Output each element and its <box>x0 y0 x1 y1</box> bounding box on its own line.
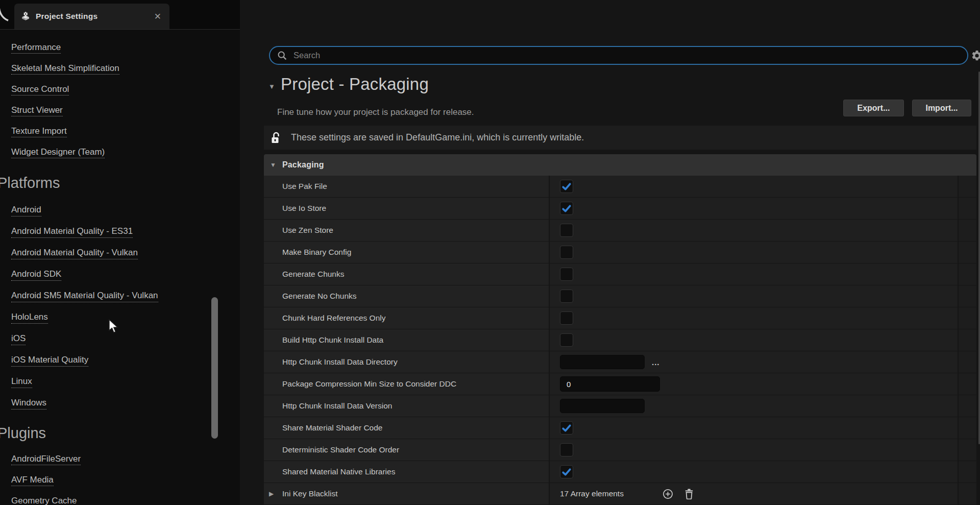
row-outer-cell <box>959 220 977 241</box>
export-button[interactable]: Export... <box>843 100 904 116</box>
page-expander-triangle-icon[interactable]: ▼ <box>268 83 275 90</box>
tab-title: Project Settings <box>36 12 152 21</box>
row-outer-cell <box>959 198 977 219</box>
sidebar-item: Android Material Quality - ES31 <box>0 222 240 243</box>
property-row-deterministic-shader-code-order: Deterministic Shader Code Order <box>264 439 976 461</box>
sidebar-item: AVF Media <box>0 470 240 491</box>
sidebar-link-geometry-cache[interactable]: Geometry Cache <box>11 496 77 505</box>
sidebar-link-hololens[interactable]: HoloLens <box>11 312 48 324</box>
property-row-use-zen-store: Use Zen Store <box>264 220 976 242</box>
checkbox-checked[interactable] <box>560 180 573 193</box>
sidebar-link-performance[interactable]: Performance <box>11 43 61 54</box>
property-row-shared-material-native-libraries: Shared Material Native Libraries <box>264 461 976 483</box>
sidebar-link-windows[interactable]: Windows <box>11 398 46 410</box>
check-icon <box>561 422 572 434</box>
sidebar-link-widget-designer-team-[interactable]: Widget Designer (Team) <box>11 148 105 159</box>
checkbox-unchecked[interactable] <box>560 333 573 347</box>
row-label-cell: Http Chunk Install Data Directory <box>264 351 549 373</box>
row-outer-cell <box>959 351 977 373</box>
sidebar-link-source-control[interactable]: Source Control <box>11 85 69 96</box>
sidebar-link-android-sm5-material-quality-vulkan[interactable]: Android SM5 Material Quality - Vulkan <box>11 291 158 302</box>
sidebar-group-2: AndroidFileServerAVF MediaGeometry Cache <box>0 449 240 505</box>
checkbox-unchecked[interactable] <box>560 246 573 259</box>
sidebar-item: Widget Designer (Team) <box>0 142 240 163</box>
checkbox-unchecked[interactable] <box>560 443 573 456</box>
checkbox-unchecked[interactable] <box>560 268 573 281</box>
row-label: Chunk Hard References Only <box>282 314 385 323</box>
property-row-make-binary-config: Make Binary Config <box>264 242 976 263</box>
property-row-use-pak-file: Use Pak File <box>264 176 976 198</box>
sidebar-link-struct-viewer[interactable]: Struct Viewer <box>11 106 63 117</box>
number-field[interactable]: 0 <box>560 376 660 392</box>
row-outer-cell <box>959 307 977 329</box>
tab-project-settings[interactable]: Project Settings ✕ <box>14 4 169 29</box>
text-field[interactable] <box>560 399 645 413</box>
row-value-cell: ... <box>550 351 958 373</box>
row-value-cell <box>550 329 958 351</box>
section-expander-triangle-icon[interactable]: ▼ <box>270 161 276 169</box>
sidebar-link-skeletal-mesh-simplification[interactable]: Skeletal Mesh Simplification <box>11 64 119 75</box>
trash-icon[interactable] <box>684 488 694 499</box>
row-label-cell: ▶Ini Key Blacklist <box>264 483 549 504</box>
sidebar-heading-platforms: Platforms <box>0 173 240 193</box>
property-row-generate-chunks: Generate Chunks <box>264 263 976 285</box>
row-outer-cell <box>959 417 977 439</box>
sidebar-link-android-material-quality-es31[interactable]: Android Material Quality - ES31 <box>11 227 133 238</box>
sidebar-item: iOS <box>0 329 240 350</box>
sidebar-link-android-sdk[interactable]: Android SDK <box>11 270 61 281</box>
sidebar-item: Android SDK <box>0 264 240 286</box>
row-label: Share Material Shader Code <box>282 423 382 432</box>
sidebar-heading-plugins: Plugins <box>0 423 240 443</box>
row-label-cell: Use Io Store <box>264 198 549 219</box>
sidebar-link-android[interactable]: Android <box>11 205 41 217</box>
import-button[interactable]: Import... <box>912 100 971 116</box>
checkbox-unchecked[interactable] <box>560 290 573 303</box>
tab-bar: Project Settings ✕ <box>0 0 240 30</box>
row-value-cell: 0 <box>550 373 958 395</box>
checkbox-checked[interactable] <box>560 465 573 478</box>
row-label: Generate Chunks <box>282 270 345 279</box>
sidebar-item: Linux <box>0 372 240 393</box>
row-value-cell <box>550 220 958 241</box>
search-input[interactable]: Search <box>269 46 968 65</box>
property-row-chunk-hard-references-only: Chunk Hard References Only <box>264 307 976 329</box>
checkbox-unchecked[interactable] <box>560 224 573 237</box>
sidebar-link-android-material-quality-vulkan[interactable]: Android Material Quality - Vulkan <box>11 248 138 259</box>
property-row-package-compression-min-size-to-consider-ddc: Package Compression Min Size to Consider… <box>264 373 976 395</box>
sidebar-link-avf-media[interactable]: AVF Media <box>11 475 54 487</box>
checkbox-checked[interactable] <box>560 421 573 435</box>
gear-icon[interactable] <box>971 50 980 62</box>
project-settings-window: Project Settings ✕ PerformanceSkeletal M… <box>0 0 980 505</box>
row-outer-cell <box>959 285 977 307</box>
sidebar-link-linux[interactable]: Linux <box>11 377 32 388</box>
property-row-http-chunk-install-data-directory: Http Chunk Install Data Directory... <box>264 351 976 373</box>
sidebar-item: Skeletal Mesh Simplification <box>0 59 240 80</box>
sidebar-item: Android SM5 Material Quality - Vulkan <box>0 286 240 307</box>
sidebar-link-texture-import[interactable]: Texture Import <box>11 127 67 138</box>
row-label: Use Zen Store <box>282 226 333 235</box>
row-label-cell: Use Pak File <box>264 176 549 197</box>
row-value-cell <box>550 198 958 219</box>
sidebar-link-androidfileserver[interactable]: AndroidFileServer <box>11 454 81 466</box>
text-field[interactable] <box>560 355 645 369</box>
row-label-cell: Deterministic Shader Code Order <box>264 439 549 461</box>
row-value-cell <box>550 461 958 483</box>
sidebar-scrollbar[interactable] <box>211 297 218 439</box>
property-row-http-chunk-install-data-version: Http Chunk Install Data Version <box>264 395 976 417</box>
checkbox-checked[interactable] <box>560 202 573 215</box>
sidebar-link-ios[interactable]: iOS <box>11 334 26 345</box>
settings-rows: Use Pak FileUse Io StoreUse Zen StoreMak… <box>264 176 976 505</box>
sidebar-link-ios-material-quality[interactable]: iOS Material Quality <box>11 355 88 367</box>
sidebar-item: Texture Import <box>0 122 240 142</box>
checkbox-unchecked[interactable] <box>560 311 573 325</box>
row-label-cell: Package Compression Min Size to Consider… <box>264 373 549 395</box>
row-outer-cell <box>959 242 977 263</box>
row-expander-triangle-icon[interactable]: ▶ <box>269 490 274 497</box>
section-title: Packaging <box>282 160 324 170</box>
packaging-section-header[interactable]: ▼ Packaging <box>264 154 976 176</box>
row-outer-cell <box>959 176 977 197</box>
browse-ellipsis-button[interactable]: ... <box>652 358 660 367</box>
add-circle-icon[interactable] <box>663 489 673 499</box>
close-icon[interactable]: ✕ <box>152 11 163 22</box>
row-value-cell: 17 Array elements <box>550 483 958 504</box>
